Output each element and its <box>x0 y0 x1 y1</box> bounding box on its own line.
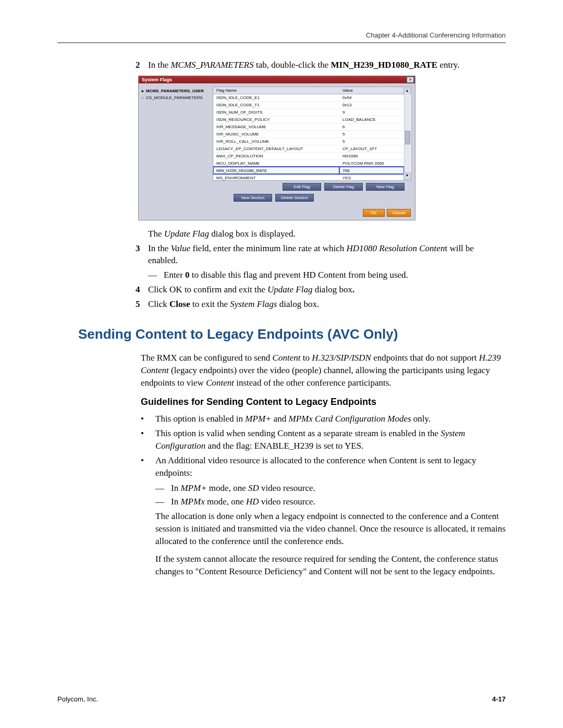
table-row[interactable]: ISDN_NUM_OF_DIGITS9 <box>213 108 404 116</box>
embedded-screenshot: System Flags × ▸MCMS_PARAMETERS_USER ▹CS… <box>138 76 506 220</box>
flag-value-cell: 9 <box>339 108 404 116</box>
table-row[interactable]: IVR_ROLL_CALL_VOLUME5 <box>213 138 404 145</box>
flag-value-cell: 0x13 <box>339 101 404 108</box>
text-bold: MIN_H239_HD1080_RATE <box>331 60 437 70</box>
table-row[interactable]: ISDN_IDLE_CODE_T10x13 <box>213 101 404 108</box>
dialog-titlebar: System Flags × <box>139 76 415 83</box>
subsection-heading: Guidelines for Sending Content to Legacy… <box>141 397 506 408</box>
text-bold: 0 <box>185 270 190 280</box>
table-row[interactable]: LEGACY_EP_CONTENT_DEFAULT_LAYOUTCP_LAYOU… <box>213 145 404 152</box>
step-2-result: The Update Flag dialog box is displayed. <box>136 228 506 240</box>
tree-item-cs[interactable]: ▹CS_MODULE_PARAMETERS <box>142 94 210 102</box>
flag-value-cell: CP_LAYOUT_1P7 <box>339 145 404 152</box>
text: Enter <box>164 270 185 280</box>
bullet-3-cont1: The allocation is done only when a legac… <box>155 510 506 548</box>
step-5: 5 Click Close to exit the System Flags d… <box>136 298 506 311</box>
bullet-3-sub1: — In MPM+ mode, one SD video resource. <box>155 482 506 495</box>
edit-flag-button[interactable]: Edit Flag <box>283 183 321 191</box>
section-heading: Sending Content to Legacy Endpoints (AVC… <box>78 326 506 342</box>
table-row[interactable]: ISDN_IDLE_CODE_E10x54 <box>213 94 404 101</box>
flag-value-cell: 6 <box>339 123 404 130</box>
ok-button[interactable]: OK <box>363 209 385 217</box>
close-icon[interactable]: × <box>407 77 414 83</box>
delete-flag-button[interactable]: Delete Flag <box>324 183 363 191</box>
page-footer: Polycom, Inc. 4-17 <box>57 695 506 703</box>
step-number: 2 <box>136 59 148 71</box>
footer-left: Polycom, Inc. <box>57 695 98 703</box>
bullet-1: • This option is enabled in MPM+ and MPM… <box>141 413 506 425</box>
bullet-2: • This option is valid when sending Cont… <box>141 427 506 452</box>
flag-name-cell: ISDN_IDLE_CODE_E1 <box>213 94 339 101</box>
scroll-down-icon[interactable]: ▾ <box>403 172 411 180</box>
text-italic: Update Flag <box>164 229 209 239</box>
flag-name-cell: LEGACY_EP_CONTENT_DEFAULT_LAYOUT <box>213 145 339 152</box>
cancel-button[interactable]: Cancel <box>387 209 411 217</box>
bullet-3-sub2: — In MPMx mode, one HD video resource. <box>155 496 506 508</box>
text-italic: MCMS_PARAMETERS <box>170 60 253 70</box>
text: entry. <box>437 60 459 70</box>
flag-value-cell: 0x54 <box>339 94 404 101</box>
col-value[interactable]: Value <box>339 87 404 94</box>
flag-value-cell: POLYCOM RMX 2000 <box>339 159 404 167</box>
text: to disable this flag and prevent HD Cont… <box>190 270 408 280</box>
table-row[interactable]: IVR_MUSIC_VOLUME5 <box>213 130 404 138</box>
text: tab, double-click the <box>254 60 331 70</box>
table-row[interactable]: MAX_CP_RESOLUTIONHD1080 <box>213 152 404 159</box>
flag-name-cell: ISDN_NUM_OF_DIGITS <box>213 108 339 116</box>
flag-value-cell: 5 <box>339 130 404 138</box>
text: The <box>148 229 164 239</box>
flag-value-cell: 5 <box>339 138 404 145</box>
step-3-sub: — Enter 0 to disable this flag and preve… <box>148 269 506 281</box>
flag-value-cell: YES <box>339 174 404 181</box>
scroll-up-icon[interactable]: ▴ <box>403 88 411 95</box>
table-row[interactable]: MS_ENVIRONMENTYES <box>213 174 404 181</box>
flag-name-cell: IVR_ROLL_CALL_VOLUME <box>213 138 339 145</box>
text: dialog box is displayed. <box>209 229 296 239</box>
flag-value-cell: 768 <box>339 167 404 174</box>
text: field, enter the minimum line rate at wh… <box>190 243 346 253</box>
table-row[interactable]: MIN_H239_HD1080_RATE768 <box>213 167 404 174</box>
text: dialog box. <box>277 299 319 309</box>
flag-name-cell: MIN_H239_HD1080_RATE <box>213 167 339 174</box>
text-italic: System Flags <box>230 299 277 309</box>
col-flag-name[interactable]: Flag Name <box>213 87 339 94</box>
text: to exit the <box>190 299 230 309</box>
dialog-title: System Flags <box>142 77 172 82</box>
flag-name-cell: MS_ENVIRONMENT <box>213 174 339 181</box>
text-italic: Update Flag <box>267 285 312 294</box>
flag-value-cell: HD1080 <box>339 152 404 159</box>
header-rule <box>57 42 506 43</box>
delete-section-button[interactable]: Delete Section <box>275 194 314 202</box>
flag-name-cell: MCU_DISPLAY_NAME <box>213 159 339 167</box>
flag-name-cell: IVR_MUSIC_VOLUME <box>213 130 339 138</box>
flag-value-cell: LOAD_BALANCE <box>339 116 404 123</box>
scrollbar[interactable] <box>404 94 411 173</box>
text: Click <box>148 299 169 309</box>
text-italic: Value <box>170 243 190 253</box>
tree-item-mcms[interactable]: ▸MCMS_PARAMETERS_USER <box>142 88 210 95</box>
table-row[interactable]: MCU_DISPLAY_NAMEPOLYCOM RMX 2000 <box>213 159 404 167</box>
new-flag-button[interactable]: New Flag <box>366 183 405 191</box>
text-bold: . <box>352 285 354 294</box>
text-bold: Close <box>169 299 190 309</box>
flag-name-cell: IVR_MESSAGE_VOLUME <box>213 123 339 130</box>
step-3: 3 In the Value field, enter the minimum … <box>136 242 506 267</box>
section-paragraph: The RMX can be configured to send Conten… <box>141 352 506 389</box>
footer-right: 4-17 <box>492 695 506 703</box>
flags-table-wrap: Flag Name Value ISDN_IDLE_CODE_E10x54ISD… <box>213 87 412 181</box>
new-section-button[interactable]: New Section <box>234 194 272 202</box>
step-2: 2 In the MCMS_PARAMETERS tab, double-cli… <box>136 59 506 71</box>
text: In the <box>148 60 170 70</box>
flags-table: Flag Name Value ISDN_IDLE_CODE_E10x54ISD… <box>213 87 404 181</box>
flag-name-cell: MAX_CP_RESOLUTION <box>213 152 339 159</box>
text: dialog box <box>312 285 352 294</box>
flag-name-cell: ISDN_RESOURCE_POLICY <box>213 116 339 123</box>
text: In the <box>148 243 170 253</box>
scroll-thumb[interactable] <box>405 131 410 144</box>
header-chapter: Chapter 4-Additional Conferencing Inform… <box>57 31 506 39</box>
text-italic: HD1080 Resolution Conten <box>347 243 445 253</box>
table-row[interactable]: IVR_MESSAGE_VOLUME6 <box>213 123 404 130</box>
tree-panel: ▸MCMS_PARAMETERS_USER ▹CS_MODULE_PARAMET… <box>142 87 210 203</box>
step-4: 4 Click OK to confirm and exit the Updat… <box>136 283 506 296</box>
table-row[interactable]: ISDN_RESOURCE_POLICYLOAD_BALANCE <box>213 116 404 123</box>
